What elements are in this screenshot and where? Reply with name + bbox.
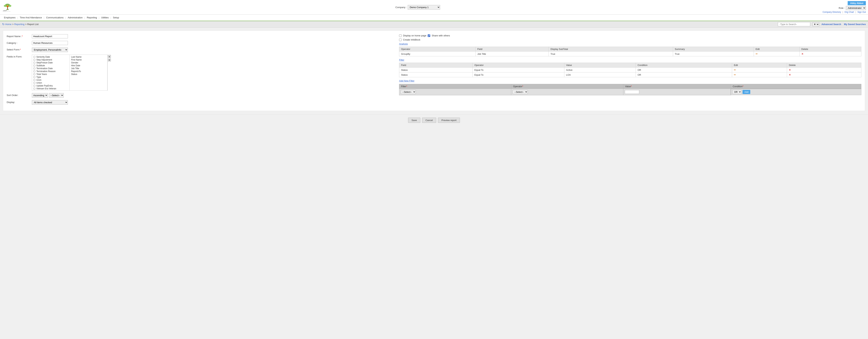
new-value-input[interactable] [625, 90, 639, 94]
field-gender[interactable]: Gender [70, 61, 107, 64]
save-button[interactable]: Save [408, 118, 420, 123]
new-operator-select[interactable]: --Select-- [513, 90, 528, 94]
category-input[interactable] [32, 41, 68, 45]
cancel-button[interactable]: Cancel [422, 118, 436, 123]
filter-operator-1: Equal To [472, 67, 564, 73]
filter-delete-1[interactable]: ✕ [787, 67, 861, 73]
saved-searches-link[interactable]: My Saved Searches [844, 23, 866, 26]
scroll-down-btn[interactable]: ▼ [108, 59, 111, 61]
breadcrumb: ↻ Home > Reporting > Report List [2, 23, 38, 26]
analysis-subtotal-1: True [549, 52, 673, 56]
new-filter-input-row: --Select-- --Select-- [399, 89, 861, 95]
fields-label: Fields in Form: [7, 55, 32, 58]
report-name-input[interactable] [32, 34, 68, 38]
field-first-name[interactable]: First Name [70, 58, 107, 61]
nav-reporting[interactable]: Reporting [85, 15, 99, 21]
filter-col-value: Value [564, 63, 636, 67]
filter-delete-2[interactable]: ✕ [787, 73, 861, 77]
field-stepfreeze-date[interactable]: StepFreeze Date [32, 61, 69, 64]
analysis-edit-icon-1[interactable]: ✏ [756, 52, 758, 55]
field-subtitute[interactable]: Subtitute [32, 64, 69, 67]
breadcrumb-bar: ↻ Home > Reporting > Report List ▼ Advan… [0, 21, 868, 28]
share-others-checkbox[interactable] [428, 34, 430, 37]
display-dropdown[interactable]: All items checked [32, 100, 68, 105]
sort-field-dropdown[interactable]: --Select-- [49, 93, 64, 97]
breadcrumb-reporting[interactable]: Reporting [14, 23, 24, 26]
create-infoblock-row: Create InfoBlock [399, 38, 861, 41]
analysis-delete-1[interactable]: ✕ [799, 52, 861, 56]
select-form-label: Select Form:* [7, 48, 32, 51]
analysis-field-1: Job Title [475, 52, 549, 56]
org-chart-link[interactable]: Org Chart [844, 11, 854, 13]
fields-left-panel: Seniority Date Step Adjustment StepFreez… [32, 55, 70, 90]
field-ucon[interactable]: Ucon [32, 79, 69, 81]
new-condition-select[interactable]: OR [733, 90, 741, 94]
display-label: Display: [7, 100, 32, 104]
category-row: Category : [7, 41, 392, 45]
svg-text:WORKFORCE SOLUTIONS: WORKFORCE SOLUTIONS [3, 11, 10, 12]
field-hire-date[interactable]: Hire Date [70, 64, 107, 67]
filter-table: Field Operator Value Condition Edit Dele… [399, 63, 861, 77]
search-input[interactable] [778, 22, 810, 26]
sign-out-link[interactable]: Sign Out [857, 11, 866, 13]
breadcrumb-home[interactable]: Home [5, 23, 11, 26]
nav-setup[interactable]: Setup [111, 15, 121, 21]
field-total-years[interactable]: Total Years [32, 73, 69, 76]
refresh-icon[interactable]: ↻ [2, 23, 4, 26]
field-last-name[interactable]: Last Name [70, 55, 107, 58]
nav-administration[interactable]: Administration [66, 15, 84, 21]
filter-row-2: Status Equal To LOA OR ✏ ✕ [399, 73, 861, 77]
analysis-operator-1: GroupBy [399, 52, 475, 56]
right-panel: Display on home page Share with others C… [397, 34, 861, 107]
nav-time-attendance[interactable]: Time And Attendance [18, 15, 44, 21]
filter-edit-2[interactable]: ✏ [732, 73, 787, 77]
new-filter-col-filter: Filter* [399, 84, 511, 89]
search-type-dropdown[interactable]: ▼ [812, 22, 819, 26]
nav-utilities[interactable]: Utilities [99, 15, 111, 21]
breadcrumb-current: Report List [27, 23, 38, 26]
field-update-payentry[interactable]: Update PayEntry [32, 84, 69, 87]
field-step-adjustment[interactable]: Step Adjustment [32, 58, 69, 61]
company-dropdown[interactable]: Demo Company 1 [408, 5, 440, 9]
preview-report-button[interactable]: Preview report [438, 118, 460, 123]
analysis-delete-icon-1[interactable]: ✕ [801, 52, 804, 55]
analysis-edit-1[interactable]: ✏ [754, 52, 799, 56]
display-home-checkbox[interactable] [399, 34, 402, 37]
scroll-up-btn[interactable]: ▲ [108, 55, 111, 58]
sort-direction-dropdown[interactable]: Ascending [32, 93, 48, 97]
field-termination-reason[interactable]: Termination Reason [32, 70, 69, 73]
filter-title[interactable]: Filter [399, 59, 861, 61]
filter-row-1: Status Equal To Active OR ✏ ✕ [399, 67, 861, 73]
filter-edit-1[interactable]: ✏ [732, 67, 787, 73]
svg-rect-6 [6, 9, 9, 10]
create-infoblock-checkbox[interactable] [399, 38, 402, 41]
filter-edit-icon-1[interactable]: ✏ [734, 68, 736, 71]
field-reports-to[interactable]: ReportsTo [70, 70, 107, 73]
analysis-col-summary: Summary [673, 47, 754, 52]
add-filter-button[interactable]: Add [743, 90, 750, 94]
company-directory-link[interactable]: Company Directory [823, 11, 841, 13]
add-new-filter-link[interactable]: Add New Filter [399, 79, 414, 82]
field-status[interactable]: Status [70, 73, 107, 76]
filter-edit-icon-2[interactable]: ✏ [734, 73, 736, 76]
field-seniority-date[interactable]: Seniority Date [32, 55, 69, 58]
nav-communications[interactable]: Communications [44, 15, 65, 21]
analysis-title[interactable]: Analysis [399, 43, 861, 45]
field-termination-date[interactable]: Termination Date [32, 67, 69, 70]
filter-delete-icon-1[interactable]: ✕ [789, 68, 791, 71]
role-dropdown[interactable]: Administrator [846, 6, 866, 10]
select-form-dropdown[interactable]: Employment, PersonalInfo [32, 48, 68, 52]
bottom-bar: Save Cancel Preview report [0, 115, 868, 126]
nav-employees[interactable]: Employees [2, 15, 17, 21]
advanced-search-link[interactable]: Advanced Search [822, 23, 841, 26]
field-type[interactable]: Type [32, 76, 69, 79]
field-job-title[interactable]: Job Title [70, 67, 107, 70]
new-filter-select[interactable]: --Select-- [401, 90, 416, 94]
field-vietnam-veteran[interactable]: Vietnam Era Veteran [32, 87, 69, 90]
report-name-row: Report Name :* [7, 34, 392, 38]
report-name-label: Report Name :* [7, 34, 32, 38]
field-union[interactable]: Union [32, 81, 69, 84]
filter-delete-icon-2[interactable]: ✕ [789, 73, 791, 76]
role-label: Role : [839, 7, 845, 9]
analysis-row-1: GroupBy Job Title True True ✏ ✕ [399, 52, 861, 56]
